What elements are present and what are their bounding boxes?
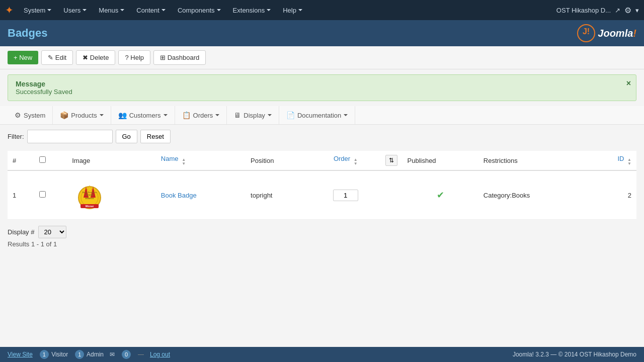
components-caret-icon xyxy=(217,9,221,11)
cell-name: Book Badge xyxy=(156,170,246,220)
display-select[interactable]: 5 10 15 20 25 30 50 100 All xyxy=(38,226,66,238)
menus-caret-icon xyxy=(120,9,124,11)
filter-row: Filter: Go Reset xyxy=(8,130,636,143)
badge-name-link[interactable]: Book Badge xyxy=(161,192,197,199)
products-subnav-icon: 📦 xyxy=(60,111,68,119)
cell-order-btn xyxy=(380,170,403,220)
subnav-system[interactable]: ⚙ System xyxy=(8,106,53,124)
filter-input[interactable] xyxy=(27,130,113,143)
message-body: Successfully Saved xyxy=(16,88,628,96)
cell-position: topright xyxy=(246,170,311,220)
svg-text:AWARDS: AWARDS xyxy=(85,197,94,200)
col-name[interactable]: Name ▲ ▼ xyxy=(156,151,246,170)
subnav-documentation[interactable]: 📄 Documentation xyxy=(279,106,355,124)
orders-caret-icon xyxy=(215,114,219,116)
subnav-display[interactable]: 🖥 Display xyxy=(227,106,279,124)
page-title: Badges xyxy=(8,27,47,40)
message-box: Message Successfully Saved × xyxy=(8,74,636,101)
cell-order xyxy=(311,170,380,220)
svg-text:J!: J! xyxy=(583,27,590,36)
go-button[interactable]: Go xyxy=(116,130,137,143)
badge-image: Small Business BOOK AWARDS Winner xyxy=(72,175,107,215)
nav-extensions[interactable]: Extensions xyxy=(227,0,277,20)
nav-content[interactable]: Content xyxy=(130,0,172,20)
orders-subnav-icon: 📋 xyxy=(182,111,191,119)
user-label[interactable]: OST Hikashop D... xyxy=(556,7,611,14)
settings-icon[interactable]: ⚙ xyxy=(624,6,631,15)
settings-caret-icon: ▾ xyxy=(635,7,639,14)
col-num: # xyxy=(8,151,34,170)
header-bar: Badges J! Joomla! xyxy=(0,20,644,46)
subnav-customers[interactable]: 👥 Customers xyxy=(111,106,175,124)
col-order-btn: ⇅ xyxy=(380,151,403,170)
display-row: Display # 5 10 15 20 25 30 50 100 All xyxy=(8,226,636,238)
published-check-icon[interactable]: ✔ xyxy=(437,190,444,200)
filter-label: Filter: xyxy=(8,133,24,140)
system-caret-icon xyxy=(47,9,51,11)
documentation-subnav-icon: 📄 xyxy=(286,111,295,119)
system-subnav-icon: ⚙ xyxy=(15,111,21,119)
content-caret-icon xyxy=(162,9,166,11)
display-label: Display # xyxy=(8,228,34,236)
order-input[interactable] xyxy=(333,190,358,201)
medal-icon: Small Business BOOK AWARDS Winner xyxy=(73,176,106,214)
nav-help[interactable]: Help xyxy=(277,0,308,20)
col-position: Position xyxy=(246,151,311,170)
top-nav-menu: ✦ System Users Menus Content Components … xyxy=(5,0,308,20)
display-caret-icon xyxy=(268,114,272,116)
close-message-button[interactable]: × xyxy=(626,79,631,88)
results-text: Results 1 - 1 of 1 xyxy=(8,240,636,248)
users-caret-icon xyxy=(83,9,87,11)
subnav-orders[interactable]: 📋 Orders xyxy=(175,106,227,124)
help-caret-icon xyxy=(298,9,302,11)
documentation-caret-icon xyxy=(344,114,348,116)
customers-subnav-icon: 👥 xyxy=(118,111,127,119)
sub-navbar: ⚙ System 📦 Products 👥 Customers 📋 Orders… xyxy=(0,106,644,125)
cell-num: 1 xyxy=(8,170,34,220)
col-order[interactable]: Order ▲ ▼ xyxy=(311,151,380,170)
id-sort-icon: ▲ ▼ xyxy=(627,158,631,166)
nav-menus[interactable]: Menus xyxy=(93,0,130,20)
top-navbar-right: OST Hikashop D... ↗ ⚙ ▾ xyxy=(556,6,639,15)
reset-button[interactable]: Reset xyxy=(140,130,171,143)
data-table: # Image Name ▲ ▼ Position Order ▲ xyxy=(8,151,636,220)
delete-button[interactable]: ✖ Delete xyxy=(76,50,115,65)
svg-text:Winner: Winner xyxy=(85,205,94,208)
nav-components[interactable]: Components xyxy=(172,0,227,20)
nav-system[interactable]: System xyxy=(18,0,57,20)
order-sort-button[interactable]: ⇅ xyxy=(385,155,397,166)
joomla-brand: J! Joomla! xyxy=(577,24,636,42)
cell-checkbox xyxy=(34,170,67,220)
order-sort-icon: ▲ ▼ xyxy=(354,158,358,166)
products-caret-icon xyxy=(100,114,104,116)
joomla-icon: ✦ xyxy=(5,4,14,16)
name-sort-icon: ▲ ▼ xyxy=(182,158,186,166)
row-checkbox[interactable] xyxy=(39,191,46,198)
message-title: Message xyxy=(16,80,628,88)
customers-caret-icon xyxy=(164,114,168,116)
external-link-icon: ↗ xyxy=(615,7,620,14)
nav-users[interactable]: Users xyxy=(57,0,93,20)
col-checkbox xyxy=(34,151,67,170)
cell-published: ✔ xyxy=(403,170,478,220)
cell-image: Small Business BOOK AWARDS Winner xyxy=(67,170,156,220)
col-image: Image xyxy=(67,151,156,170)
joomla-brand-name: Joomla! xyxy=(598,28,636,39)
dashboard-button[interactable]: ⊞ Dashboard xyxy=(153,50,206,65)
main-content: Filter: Go Reset # Image Name ▲ ▼ Posi xyxy=(0,125,644,253)
col-published: Published xyxy=(403,151,478,170)
table-row: 1 xyxy=(8,170,636,220)
top-navbar: ✦ System Users Menus Content Components … xyxy=(0,0,644,20)
cell-id: 2 xyxy=(590,170,636,220)
svg-text:BOOK: BOOK xyxy=(86,194,93,197)
extensions-caret-icon xyxy=(267,9,271,11)
joomla-logo-icon: J! xyxy=(577,24,595,42)
subnav-products[interactable]: 📦 Products xyxy=(53,106,111,124)
edit-button[interactable]: ✎ Edit xyxy=(41,50,73,65)
help-button[interactable]: ? Help xyxy=(118,50,150,65)
cell-restrictions: Category:Books xyxy=(478,170,590,220)
select-all-checkbox[interactable] xyxy=(39,156,46,163)
toolbar: + New ✎ Edit ✖ Delete ? Help ⊞ Dashboard xyxy=(0,46,644,69)
new-button[interactable]: + New xyxy=(8,51,38,64)
col-id[interactable]: ID ▲ ▼ xyxy=(590,151,636,170)
